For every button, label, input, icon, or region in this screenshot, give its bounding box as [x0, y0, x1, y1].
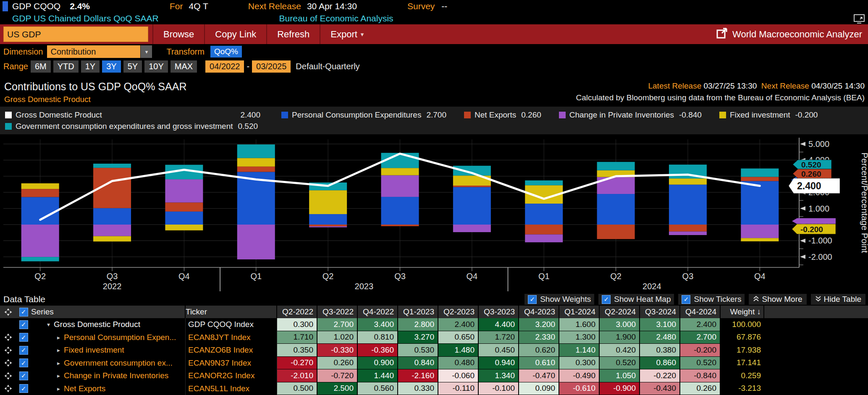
- bar-segment[interactable]: [597, 194, 635, 225]
- bar-segment[interactable]: [741, 238, 779, 241]
- value-cell[interactable]: 4.400: [479, 318, 519, 331]
- checkbox-icon[interactable]: ✓: [528, 295, 537, 304]
- bar-segment[interactable]: [21, 257, 59, 261]
- value-cell[interactable]: 2.800: [398, 318, 438, 331]
- bar-segment[interactable]: [525, 180, 563, 186]
- series-name-cell[interactable]: ▸Government consumption ex...: [31, 357, 186, 370]
- bar-segment[interactable]: [309, 214, 347, 225]
- series-name-cell[interactable]: ▸Change in Private Inventories: [31, 369, 186, 382]
- range-chip-10y[interactable]: 10Y: [144, 60, 168, 73]
- bar-segment[interactable]: [669, 178, 707, 185]
- bar-segment[interactable]: [165, 202, 203, 212]
- bar-segment[interactable]: [309, 226, 347, 227]
- legend-item-6[interactable]: Government consumption expenditures and …: [5, 122, 258, 131]
- bar-segment[interactable]: [381, 197, 419, 225]
- move-handle-icon[interactable]: [0, 344, 16, 357]
- date-to-field[interactable]: 03/2025: [252, 60, 291, 73]
- legend-item-5[interactable]: Fixed investment-0.200: [719, 110, 818, 120]
- value-cell[interactable]: 0.450: [479, 344, 519, 357]
- value-cell[interactable]: -2.160: [398, 369, 438, 382]
- value-cell[interactable]: 1.050: [600, 369, 640, 382]
- screen-share-icon[interactable]: [854, 14, 865, 25]
- bar-segment[interactable]: [525, 204, 563, 225]
- search-input[interactable]: [3, 26, 148, 42]
- value-cell[interactable]: -0.060: [438, 369, 479, 382]
- range-chip-6m[interactable]: 6M: [31, 60, 51, 73]
- value-cell[interactable]: -0.110: [438, 382, 479, 395]
- move-handle-icon[interactable]: [0, 369, 16, 382]
- value-cell[interactable]: -0.360: [358, 344, 398, 357]
- toggle-show-weights[interactable]: ✓Show Weights: [524, 294, 594, 305]
- value-cell[interactable]: 0.350: [277, 344, 317, 357]
- value-cell[interactable]: 0.940: [479, 357, 519, 370]
- transform-chip[interactable]: QoQ%: [210, 46, 242, 58]
- bar-segment[interactable]: [597, 162, 635, 170]
- value-cell[interactable]: -0.270: [277, 357, 317, 370]
- value-cell[interactable]: 3.000: [600, 318, 640, 331]
- quarter-column-header[interactable]: Q4-2024: [680, 306, 721, 318]
- triangle-collapsed-icon[interactable]: ▸: [57, 334, 60, 341]
- value-cell[interactable]: 1.720: [479, 331, 519, 344]
- checkbox-icon[interactable]: ✓: [19, 358, 28, 367]
- quarter-column-header[interactable]: Q3-2024: [640, 306, 680, 318]
- triangle-expanded-icon[interactable]: ▾: [47, 321, 50, 328]
- move-handle-icon[interactable]: [0, 331, 16, 344]
- bar-segment[interactable]: [453, 225, 491, 232]
- checkbox-icon[interactable]: ✓: [19, 346, 28, 355]
- value-cell[interactable]: 1.300: [559, 331, 600, 344]
- range-chip-3y[interactable]: 3Y: [102, 60, 121, 73]
- quarter-column-header[interactable]: Q3-2022: [317, 306, 358, 318]
- toggle-show-heat-map[interactable]: ✓Show Heat Map: [598, 294, 674, 305]
- value-cell[interactable]: 0.620: [519, 344, 559, 357]
- value-cell[interactable]: 0.480: [438, 357, 479, 370]
- row-checkbox[interactable]: ✓: [16, 382, 31, 395]
- value-cell[interactable]: 0.900: [358, 357, 398, 370]
- show-more-button[interactable]: Show More: [749, 294, 806, 305]
- value-cell[interactable]: 0.300: [277, 318, 317, 331]
- quarter-column-header[interactable]: Q2-2024: [600, 306, 640, 318]
- value-cell[interactable]: 2.500: [317, 382, 358, 395]
- series-name-cell[interactable]: ▾Gross Domestic Product: [31, 318, 186, 331]
- triangle-collapsed-icon[interactable]: ▸: [57, 372, 60, 379]
- value-cell[interactable]: -0.490: [559, 369, 600, 382]
- bar-segment[interactable]: [165, 225, 203, 230]
- value-cell[interactable]: 1.140: [559, 344, 600, 357]
- refresh-button[interactable]: Refresh: [266, 24, 320, 44]
- value-cell[interactable]: 2.400: [680, 318, 721, 331]
- bar-segment[interactable]: [309, 225, 347, 226]
- value-cell[interactable]: 1.340: [479, 369, 519, 382]
- bar-segment[interactable]: [741, 168, 779, 177]
- bar-segment[interactable]: [165, 212, 203, 225]
- app-link[interactable]: World Macroeconomic Analyzer: [716, 28, 868, 41]
- triangle-collapsed-icon[interactable]: ▸: [57, 385, 60, 392]
- bar-segment[interactable]: [237, 158, 275, 166]
- bar-segment[interactable]: [165, 179, 203, 202]
- bar-segment[interactable]: [381, 168, 419, 175]
- value-cell[interactable]: -2.010: [277, 369, 317, 382]
- value-cell[interactable]: 2.400: [438, 318, 479, 331]
- weight-column-header[interactable]: Weight ↓: [721, 306, 764, 318]
- value-cell[interactable]: 2.700: [317, 318, 358, 331]
- value-cell[interactable]: 0.610: [519, 357, 559, 370]
- bar-segment[interactable]: [669, 232, 707, 235]
- value-cell[interactable]: -0.100: [479, 382, 519, 395]
- value-cell[interactable]: 2.330: [519, 331, 559, 344]
- move-handle-icon[interactable]: [0, 357, 16, 370]
- quarter-column-header[interactable]: Q1-2023: [398, 306, 438, 318]
- bar-segment[interactable]: [669, 225, 707, 232]
- value-cell[interactable]: -0.470: [519, 369, 559, 382]
- select-all-checkbox[interactable]: ✓: [16, 306, 31, 318]
- move-handle-icon[interactable]: [0, 306, 16, 318]
- legend-item-1[interactable]: Gross Domestic Product2.400: [5, 110, 260, 120]
- checkbox-icon[interactable]: ✓: [19, 384, 28, 393]
- value-cell[interactable]: 0.260: [317, 357, 358, 370]
- bar-segment[interactable]: [453, 186, 491, 187]
- value-cell[interactable]: 1.440: [358, 369, 398, 382]
- value-cell[interactable]: -0.900: [600, 382, 640, 395]
- value-cell[interactable]: 0.860: [640, 357, 680, 370]
- triangle-collapsed-icon[interactable]: ▸: [57, 347, 60, 353]
- value-cell[interactable]: 0.520: [600, 357, 640, 370]
- dimension-select[interactable]: Contribution ▾: [47, 45, 152, 58]
- bar-segment[interactable]: [381, 225, 419, 226]
- bar-segment[interactable]: [525, 234, 563, 242]
